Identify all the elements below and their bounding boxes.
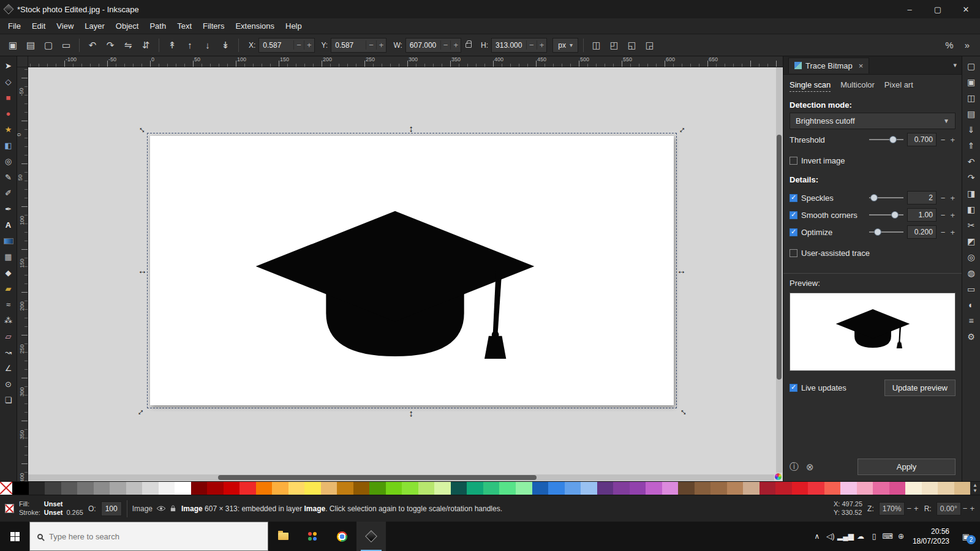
trace-bitmap-panel-tab[interactable]: Trace Bitmap × (788, 58, 869, 73)
spiral-tool[interactable]: ◎ (1, 154, 16, 169)
tab-pixel-art[interactable]: Pixel art (884, 80, 913, 92)
palette-swatch[interactable] (873, 482, 889, 495)
zoom-drawing-button[interactable]: ◍ (964, 266, 979, 280)
smooth-corners-value[interactable]: 1.00 (907, 208, 937, 222)
palette-swatch[interactable] (905, 482, 922, 495)
palette-swatch[interactable] (548, 482, 565, 495)
start-button[interactable] (0, 522, 29, 551)
palette-swatch[interactable] (207, 482, 224, 495)
lower-button[interactable]: ↓ (200, 37, 216, 53)
pencil-tool[interactable]: ✎ (1, 170, 16, 185)
optimize-decrement[interactable]: − (940, 228, 946, 237)
y-increment[interactable]: + (376, 40, 386, 50)
keyboard-icon[interactable]: ⌨ (881, 532, 894, 541)
palette-swatch[interactable] (646, 482, 662, 495)
palette-swatch[interactable] (775, 482, 792, 495)
taskbar-clock[interactable]: 20:56 18/07/2023 (908, 527, 954, 546)
search-input[interactable] (49, 532, 260, 541)
palette-swatch[interactable] (467, 482, 483, 495)
threshold-slider-knob[interactable] (889, 136, 897, 143)
optimize-value[interactable]: 0.200 (907, 225, 937, 239)
panel-menu-icon[interactable]: ▾ (953, 61, 957, 69)
palette-swatch[interactable] (175, 482, 191, 495)
palette-swatch[interactable] (954, 482, 971, 495)
palette-swatch[interactable] (581, 482, 597, 495)
battery-icon[interactable]: ▯ (867, 532, 881, 541)
palette-swatch[interactable] (288, 482, 305, 495)
undo-button[interactable]: ↶ (964, 154, 979, 168)
tweak-tool[interactable]: ≈ (1, 297, 16, 312)
redo-button[interactable]: ↷ (964, 170, 979, 184)
palette-swatch[interactable] (662, 482, 679, 495)
palette-swatch[interactable] (61, 482, 78, 495)
smooth-corners-slider-knob[interactable] (891, 211, 899, 219)
palette-swatch[interactable] (321, 482, 337, 495)
palette-swatch[interactable] (434, 482, 451, 495)
smooth-corners-slider[interactable] (869, 211, 903, 219)
palette-swatch[interactable] (922, 482, 938, 495)
user-assisted-trace-checkbox[interactable] (790, 249, 797, 257)
speckles-value[interactable]: 2 (907, 191, 937, 204)
menu-extensions[interactable]: Extensions (230, 19, 280, 33)
gradient-tool[interactable] (1, 233, 16, 249)
mesh-gradient-tool[interactable]: ▦ (1, 249, 16, 264)
x-input[interactable]: 0.587 − + (258, 38, 314, 53)
layer-visibility-icon[interactable] (156, 505, 166, 512)
panel-close-icon[interactable]: × (859, 61, 864, 70)
palette-swatch[interactable] (402, 482, 418, 495)
palette-swatch[interactable] (418, 482, 435, 495)
palette-swatch[interactable] (743, 482, 760, 495)
paste-button[interactable]: ◧ (964, 202, 979, 216)
layer-indicator[interactable]: Image (132, 504, 176, 513)
scale-handle-middle-right[interactable]: ↔ (677, 266, 686, 275)
optimize-slider-knob[interactable] (874, 228, 881, 236)
optimize-increment[interactable]: + (949, 228, 956, 237)
menu-object[interactable]: Object (110, 19, 145, 33)
palette-swatch[interactable] (483, 482, 500, 495)
deselect-button[interactable]: ▢ (40, 37, 56, 53)
hidden-icons-chevron[interactable]: ∧ (810, 532, 824, 541)
palette-swatch[interactable] (857, 482, 873, 495)
palette-swatch[interactable] (256, 482, 273, 495)
palette-swatch[interactable] (224, 482, 240, 495)
text-tool[interactable]: A (1, 217, 16, 233)
node-tool[interactable]: ◇ (1, 74, 16, 89)
tab-single-scan[interactable]: Single scan (790, 80, 831, 92)
snap-options-arrow-button[interactable]: » (959, 37, 975, 53)
palette-swatch[interactable] (126, 482, 143, 495)
palette-swatch[interactable] (630, 482, 646, 495)
zoom-increment[interactable]: + (913, 504, 919, 513)
x-increment[interactable]: + (304, 40, 314, 50)
palette-swatch[interactable] (142, 482, 159, 495)
palette-swatch[interactable] (77, 482, 94, 495)
action-center-button[interactable]: ▣ 2 (954, 532, 978, 541)
document-new-button[interactable]: ▢ (964, 59, 979, 73)
palette-swatch[interactable] (938, 482, 954, 495)
rotation-input[interactable]: 0.00° − + (937, 502, 975, 515)
preferences-button[interactable]: ⚙ (964, 329, 979, 343)
minimize-button[interactable]: – (895, 0, 924, 18)
vertical-scrollbar-thumb[interactable] (777, 135, 782, 380)
zoom-page-button[interactable]: ▭ (964, 282, 979, 296)
menu-help[interactable]: Help (280, 19, 307, 33)
menu-text[interactable]: Text (172, 19, 197, 33)
palette-scroll-down-icon[interactable]: ▼ (973, 489, 978, 494)
width-increment[interactable]: + (450, 40, 461, 50)
pages-tool[interactable]: ❏ (1, 392, 16, 408)
fill-stroke-dialog-button[interactable]: ◐ (964, 298, 979, 312)
select-all-layers-button[interactable]: ▤ (23, 37, 39, 53)
horizontal-ruler[interactable]: -100-50050100150200250300350400450500550… (28, 56, 783, 67)
height-decrement[interactable]: − (526, 40, 537, 50)
palette-swatch[interactable] (516, 482, 532, 495)
palette-swatch[interactable] (29, 482, 45, 495)
palette-swatch[interactable] (45, 482, 61, 495)
speckles-decrement[interactable]: − (940, 193, 946, 203)
opacity-input[interactable]: 100 (101, 501, 122, 516)
flip-horizontal-button[interactable]: ⇋ (120, 37, 136, 53)
detection-mode-dropdown[interactable]: Brightness cutoff ▼ (790, 113, 956, 129)
zoom-input[interactable]: 170% − + (879, 502, 919, 515)
rotate-cw-button[interactable]: ↷ (102, 37, 118, 53)
import-button[interactable]: ⇓ (964, 122, 979, 137)
eraser-tool[interactable]: ▱ (1, 329, 16, 344)
threshold-decrement[interactable]: − (940, 135, 946, 144)
